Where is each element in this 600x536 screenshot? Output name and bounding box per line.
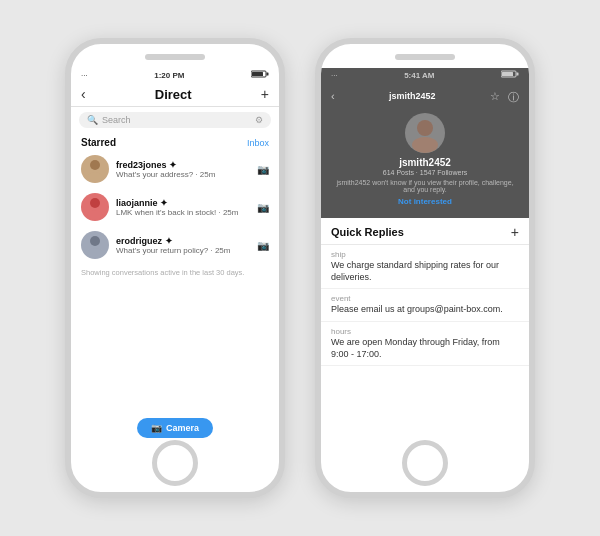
msg-preview-3: What's your return policy? · 25m <box>116 246 250 255</box>
avatar-3 <box>81 231 109 259</box>
svg-point-12 <box>417 120 433 136</box>
quick-reply-item-3[interactable]: hours We are open Monday through Friday,… <box>321 322 529 366</box>
avatar-1 <box>81 155 109 183</box>
battery-right <box>501 70 519 80</box>
camera-btn-icon: 📷 <box>151 423 162 433</box>
starred-label: Starred <box>81 137 116 148</box>
profile-header: ‹ jsmith2452 ☆ ⓘ jsmith2452 614 Posts · … <box>321 82 529 218</box>
nav-bar-left: ‹ Direct + <box>71 82 279 107</box>
filter-icon[interactable]: ⚙ <box>255 115 263 125</box>
msg-name-3: erodriguez ✦ <box>116 236 250 246</box>
svg-rect-1 <box>267 73 269 76</box>
svg-rect-2 <box>252 72 263 76</box>
avatar-2 <box>81 193 109 221</box>
msg-name-2: liaojannie ✦ <box>116 198 250 208</box>
msg-content-1: fred23jones ✦ What's your address? · 25m <box>116 160 250 179</box>
camera-icon-2[interactable]: 📷 <box>257 202 269 213</box>
time-left: 1:20 PM <box>154 71 184 80</box>
svg-point-8 <box>87 248 103 258</box>
camera-icon-1[interactable]: 📷 <box>257 164 269 175</box>
msg-preview-1: What's your address? · 25m <box>116 170 250 179</box>
qr-shortcut-1: ship <box>331 250 519 259</box>
msg-content-2: liaojannie ✦ LMK when it's back in stock… <box>116 198 250 217</box>
quick-replies-title: Quick Replies <box>331 226 404 238</box>
profile-name: jsmith2452 <box>399 157 451 168</box>
profile-username-top: jsmith2452 <box>389 91 436 101</box>
profile-desc: jsmith2452 won't know if you view their … <box>331 179 519 193</box>
svg-point-5 <box>90 198 100 208</box>
search-placeholder: Search <box>102 115 251 125</box>
back-button-left[interactable]: ‹ <box>81 86 86 102</box>
svg-rect-11 <box>502 72 513 76</box>
camera-icon-3[interactable]: 📷 <box>257 240 269 251</box>
svg-point-6 <box>87 210 103 220</box>
phone-left: ··· 1:20 PM ‹ Direct + 🔍 Search ⚙ Star <box>65 38 285 498</box>
qr-shortcut-3: hours <box>331 327 519 336</box>
message-row-2[interactable]: liaojannie ✦ LMK when it's back in stock… <box>71 188 279 226</box>
phone-right: ··· 5:41 AM ‹ jsmith2452 ☆ ⓘ <box>315 38 535 498</box>
star-icon[interactable]: ☆ <box>490 90 500 105</box>
message-row-1[interactable]: fred23jones ✦ What's your address? · 25m… <box>71 150 279 188</box>
quick-reply-item-2[interactable]: event Please email us at groups@paint-bo… <box>321 289 529 322</box>
signal-dots-right: ··· <box>331 71 338 80</box>
add-button-left[interactable]: + <box>261 86 269 102</box>
signal-dots: ··· <box>81 71 88 80</box>
nav-title-left: Direct <box>155 87 192 102</box>
top-icons-row: ‹ jsmith2452 ☆ ⓘ <box>331 90 519 105</box>
time-right: 5:41 AM <box>404 71 434 80</box>
svg-rect-10 <box>517 73 519 76</box>
quick-replies-section: Quick Replies + ship We charge standard … <box>321 218 529 444</box>
msg-content-3: erodriguez ✦ What's your return policy? … <box>116 236 250 255</box>
qr-text-2: Please email us at groups@paint-box.com. <box>331 304 519 316</box>
inbox-link[interactable]: Inbox <box>247 138 269 148</box>
profile-stats: 614 Posts · 1547 Followers <box>383 169 467 176</box>
status-bar-right: ··· 5:41 AM <box>321 68 529 82</box>
msg-preview-2: LMK when it's back in stock! · 25m <box>116 208 250 217</box>
quick-replies-header: Quick Replies + <box>321 218 529 245</box>
camera-button[interactable]: 📷 Camera <box>137 418 213 438</box>
svg-point-7 <box>90 236 100 246</box>
add-quick-reply-button[interactable]: + <box>511 224 519 240</box>
message-row-3[interactable]: erodriguez ✦ What's your return policy? … <box>71 226 279 264</box>
svg-point-4 <box>87 172 103 182</box>
qr-shortcut-2: event <box>331 294 519 303</box>
footer-note: Showing conversations active in the last… <box>71 264 279 281</box>
camera-btn-label: Camera <box>166 423 199 433</box>
profile-avatar <box>405 113 445 153</box>
status-bar-left: ··· 1:20 PM <box>71 68 279 82</box>
qr-text-3: We are open Monday through Friday, from … <box>331 337 519 360</box>
battery-left <box>251 70 269 80</box>
quick-reply-item-1[interactable]: ship We charge standard shipping rates f… <box>321 245 529 289</box>
svg-point-13 <box>412 137 438 153</box>
starred-header: Starred Inbox <box>71 133 279 150</box>
search-bar[interactable]: 🔍 Search ⚙ <box>79 112 271 128</box>
svg-point-3 <box>90 160 100 170</box>
back-icon-right[interactable]: ‹ <box>331 90 335 105</box>
msg-name-1: fred23jones ✦ <box>116 160 250 170</box>
info-icon[interactable]: ⓘ <box>508 90 519 105</box>
qr-text-1: We charge standard shipping rates for ou… <box>331 260 519 283</box>
search-icon: 🔍 <box>87 115 98 125</box>
not-interested-button[interactable]: Not interested <box>398 197 452 206</box>
